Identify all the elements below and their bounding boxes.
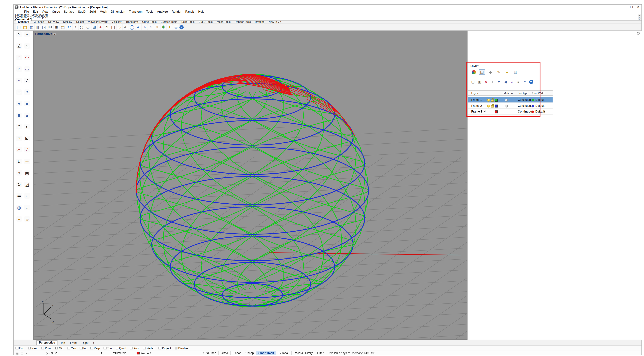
sun-icon[interactable]: ☀	[154, 24, 160, 30]
restore-button[interactable]: ▢	[628, 5, 635, 10]
checkbox[interactable]	[67, 347, 70, 349]
current-layer-field[interactable]: Frame 3	[137, 351, 151, 355]
toolbar-tab-solid-tools[interactable]: Solid Tools	[180, 20, 196, 24]
toolbar-tab-surface-tools[interactable]: Surface Tools	[159, 20, 179, 24]
toolbar-tab-viewport-layout[interactable]: Viewport Layout	[86, 20, 109, 24]
y-coordinate[interactable]: y -59.523	[46, 351, 58, 355]
checkbox[interactable]	[158, 347, 161, 349]
toolbar-tab-render-tools[interactable]: Render Tools	[233, 20, 252, 24]
toolbar-tab-mesh-tools[interactable]: Mesh Tools	[215, 20, 232, 24]
z-coordinate[interactable]: z	[101, 351, 102, 355]
osnap-project[interactable]: Project	[158, 346, 171, 349]
menu-dimension[interactable]: Dimension	[109, 10, 127, 13]
undo-icon[interactable]: ↶	[66, 24, 72, 30]
grasshopper-icon[interactable]: ❖	[160, 24, 166, 30]
command-popup-icon[interactable]: ▾	[638, 18, 641, 20]
checkbox[interactable]	[175, 347, 178, 349]
curve-icon[interactable]: ∿	[24, 43, 30, 48]
move-icon[interactable]: ⌖	[16, 170, 22, 175]
trim-icon[interactable]: ✂	[16, 147, 22, 152]
rectangle-icon[interactable]: ▭	[24, 66, 30, 72]
help-icon[interactable]: ?	[180, 25, 184, 29]
zoom-extents-icon[interactable]: ⊞	[92, 24, 97, 30]
viewport-perspective[interactable]: zyx Perspective ▾	[33, 31, 468, 340]
toolbar-tab-transform[interactable]: Transform	[124, 20, 140, 24]
osnap-near[interactable]: Near	[28, 346, 38, 349]
menu-transform[interactable]: Transform	[127, 10, 144, 13]
gumball-icon[interactable]: ⊕	[24, 216, 30, 222]
scroll-down-icon[interactable]: ▾	[638, 16, 641, 18]
select-arrow-icon[interactable]: ↖	[16, 32, 22, 37]
cylinder-icon[interactable]: ▮	[16, 112, 22, 118]
copy-object-icon[interactable]: ▣	[24, 170, 30, 175]
menu-help[interactable]: Help	[196, 10, 206, 13]
menu-edit[interactable]: Edit	[31, 10, 40, 13]
point-icon[interactable]: •	[24, 32, 30, 37]
menu-tools[interactable]: Tools	[144, 10, 155, 13]
toolbar-tab-standard[interactable]: Standard	[16, 20, 31, 24]
render-icon[interactable]: ◓	[148, 24, 154, 30]
checkbox[interactable]	[104, 347, 106, 349]
named-view-icon[interactable]: ◫	[110, 24, 116, 30]
plane-icon[interactable]: ▱	[16, 89, 22, 95]
paste-icon[interactable]: ▤	[60, 24, 66, 30]
split-icon[interactable]: ∕	[24, 147, 30, 152]
toolbar-tab-drafting[interactable]: Drafting	[253, 20, 266, 24]
menu-panels[interactable]: Panels	[184, 10, 196, 13]
osnap-disable[interactable]: Disable	[175, 346, 188, 349]
osnap-quad[interactable]: Quad	[116, 346, 126, 349]
toolbar-tab-cplanes[interactable]: CPlanes	[32, 20, 46, 24]
checkbox[interactable]	[116, 347, 118, 349]
viewport-tab-perspective[interactable]: Perspective	[36, 340, 58, 345]
web-globe-icon[interactable]: ⊕	[173, 24, 179, 30]
status-pane-record-history[interactable]: Record History	[291, 351, 315, 355]
osnap-int[interactable]: Int	[80, 346, 86, 349]
pan-icon[interactable]: ⌖	[72, 24, 78, 30]
sphere-icon[interactable]: ●	[16, 101, 22, 106]
checkbox[interactable]	[55, 347, 58, 349]
save-icon[interactable]: ▦	[28, 24, 34, 30]
close-button[interactable]: ×	[635, 5, 642, 10]
circle-icon[interactable]: ○	[16, 55, 22, 60]
rotate-view-icon[interactable]: ↻	[104, 24, 110, 30]
checkbox[interactable]	[28, 347, 31, 349]
viewport-menu-icon[interactable]: ▾	[54, 33, 56, 35]
command-area[interactable]: Command: _MaxViewportCommand: _Grasshopp…	[14, 13, 642, 21]
osnap-tan[interactable]: Tan	[104, 346, 112, 349]
stop-icon[interactable]: ●	[98, 24, 103, 30]
osnap-point[interactable]: Point	[42, 346, 52, 349]
osnap-perp[interactable]: Perp	[90, 346, 100, 349]
cplane-icon[interactable]: ◇	[116, 24, 122, 30]
extrude-icon[interactable]: ↥	[16, 124, 22, 129]
new-viewport-icon[interactable]: +	[93, 341, 94, 345]
checkbox[interactable]	[42, 347, 44, 349]
layer-state-icon[interactable]: ◰	[123, 24, 128, 30]
osnap-cen[interactable]: Cen	[67, 346, 76, 349]
print-icon[interactable]: ▥	[35, 24, 40, 30]
new-file-icon[interactable]: ▢	[16, 24, 22, 30]
scroll-up-icon[interactable]: ▴	[638, 14, 641, 16]
toolbar-tab-set-view[interactable]: Set View	[46, 20, 60, 24]
join-icon[interactable]: ∪	[16, 158, 22, 164]
box-icon[interactable]: ■	[24, 101, 30, 106]
display-ghosted-icon[interactable]: ◑	[142, 24, 147, 30]
toolbar-tab-visibility[interactable]: Visibility	[110, 20, 123, 24]
menu-surface[interactable]: Surface	[62, 10, 76, 13]
toolbar-tab-new-in-v7[interactable]: New in V7	[267, 20, 282, 24]
explode-icon[interactable]: ✳	[24, 158, 30, 164]
minimize-button[interactable]: –	[621, 5, 628, 10]
polyline-icon[interactable]: ∠	[16, 43, 22, 48]
status-pane-grid-snap[interactable]: Grid Snap	[201, 351, 218, 355]
polygon-icon[interactable]: △	[16, 78, 22, 83]
loft-icon[interactable]: ≋	[24, 89, 30, 95]
chamfer-icon[interactable]: ◣	[24, 135, 30, 141]
menu-curve[interactable]: Curve	[50, 10, 62, 13]
menu-view[interactable]: View	[40, 10, 50, 13]
curve-boolean-icon[interactable]: ◍	[16, 205, 22, 210]
menu-file[interactable]: File	[22, 10, 31, 13]
status-pane-filter[interactable]: Filter	[315, 351, 326, 355]
status-pane-smarttrack[interactable]: SmartTrack	[256, 351, 276, 355]
osnap-knot[interactable]: Knot	[130, 346, 139, 349]
osnap-vertex[interactable]: Vertex	[143, 346, 155, 349]
toolbar-tab-display[interactable]: Display	[62, 20, 74, 24]
